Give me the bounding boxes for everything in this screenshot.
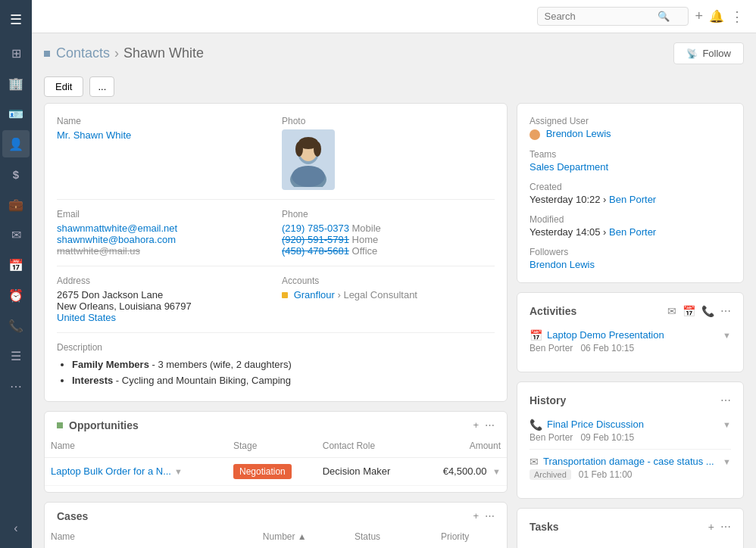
- opportunities-title-area: Opportunities: [57, 419, 139, 431]
- user-avatar-dot: [530, 129, 540, 140]
- add-icon[interactable]: +: [695, 8, 703, 24]
- history-toggle-2[interactable]: ▼: [723, 457, 731, 466]
- phone-icon[interactable]: 📞: [2, 312, 30, 339]
- history-title-link-2[interactable]: Transportation damage - case status ...: [543, 456, 714, 467]
- assigned-user-item: Assigned User Brendon Lewis: [530, 116, 731, 140]
- address-country[interactable]: United States: [57, 312, 270, 323]
- contact-meta-card: Assigned User Brendon Lewis Teams Sales …: [517, 103, 744, 283]
- case-col-priority: Priority: [435, 528, 507, 548]
- breadcrumb-separator: ›: [114, 45, 119, 61]
- address-line2: New Orleans, Louisiana 96797: [57, 300, 270, 312]
- stage-badge[interactable]: Negotiation: [233, 464, 292, 479]
- more-opportunities-icon[interactable]: ⋯: [485, 419, 495, 431]
- cases-table: Name Number ▲ Status Priority Transporta…: [45, 528, 507, 548]
- teams-value[interactable]: Sales Department: [530, 161, 731, 173]
- cases-card: Cases + ⋯ Name Number ▲: [44, 502, 508, 548]
- cases-table-container: Name Number ▲ Status Priority Transporta…: [45, 528, 507, 548]
- building-icon[interactable]: 🏢: [2, 70, 30, 97]
- bell-icon[interactable]: 🔔: [709, 9, 724, 23]
- created-by[interactable]: Ben Porter: [609, 194, 656, 205]
- ellipsis-icon[interactable]: ⋯: [2, 372, 30, 400]
- email-1[interactable]: shawnmattwhite@email.net: [57, 223, 270, 234]
- cases-title: Cases: [57, 510, 88, 522]
- cases-title-area: Cases: [57, 510, 88, 522]
- add-case-icon[interactable]: +: [473, 510, 479, 522]
- history-title-link-1[interactable]: Final Price Discussion: [547, 419, 644, 430]
- history-meta-2: Archived 01 Feb 11:00: [530, 469, 731, 480]
- history-card: History ⋯ 📞 Final Price Discussion ▼: [517, 381, 744, 499]
- history-more-icon[interactable]: ⋯: [720, 394, 731, 406]
- add-task-icon[interactable]: +: [708, 521, 714, 533]
- opp-col-stage: Stage: [227, 437, 317, 458]
- activity-title-link-1[interactable]: Laptop Demo Presentation: [547, 329, 664, 341]
- svg-point-6: [295, 142, 303, 157]
- modified-item: Modified Yesterday 14:05 › Ben Porter: [530, 214, 731, 238]
- archived-badge: Archived: [530, 469, 571, 480]
- account-name[interactable]: Granflour: [294, 289, 335, 300]
- id-card-icon[interactable]: 🪪: [2, 100, 30, 127]
- opportunities-title: Opportunities: [69, 419, 139, 431]
- breadcrumb-bar: Contacts › Shawn White 📡 Follow: [32, 33, 756, 73]
- followers-label: Followers: [530, 247, 731, 257]
- edit-button[interactable]: Edit: [44, 76, 83, 97]
- activities-phone-icon[interactable]: 📞: [701, 305, 714, 317]
- alarm-icon[interactable]: ⏰: [2, 282, 30, 309]
- search-input[interactable]: [544, 11, 658, 22]
- search-box: 🔍: [537, 7, 689, 26]
- contacts-icon[interactable]: 👤: [2, 130, 30, 157]
- accounts-label: Accounts: [282, 276, 495, 286]
- more-menu-icon[interactable]: ⋮: [730, 8, 744, 25]
- case-col-number[interactable]: Number ▲: [257, 528, 348, 548]
- tasks-title: Tasks: [530, 521, 559, 533]
- name-value[interactable]: Mr. Shawn White: [57, 129, 270, 141]
- calendar-icon[interactable]: 📅: [2, 251, 30, 279]
- briefcase-icon[interactable]: 💼: [2, 191, 30, 218]
- collapse-sidebar-icon[interactable]: ‹: [2, 515, 30, 542]
- modified-label: Modified: [530, 214, 731, 225]
- modified-value: Yesterday 14:05 › Ben Porter: [530, 226, 731, 238]
- topbar: 🔍 + 🔔 ⋮: [32, 0, 756, 33]
- opportunity-row: Laptop Bulk Order for a N...▼ Negotiatio…: [45, 457, 507, 485]
- followers-value[interactable]: Brendon Lewis: [530, 259, 731, 270]
- opp-name[interactable]: Laptop Bulk Order for a N...▼: [45, 457, 227, 485]
- list-icon[interactable]: ☰: [2, 342, 30, 369]
- description-list: Family Members - 3 members (wife, 2 daug…: [57, 357, 495, 389]
- email-label: Email: [57, 209, 270, 220]
- more-tasks-icon[interactable]: ⋯: [720, 521, 731, 533]
- two-column-layout: Name Mr. Shawn White Photo: [32, 103, 756, 548]
- activity-toggle-1[interactable]: ▼: [723, 331, 731, 340]
- contact-info-card: Name Mr. Shawn White Photo: [44, 103, 508, 402]
- breadcrumb-contacts-link[interactable]: Contacts: [56, 45, 110, 61]
- activities-header: Activities ✉ 📅 📞 ⋯: [530, 305, 731, 317]
- cases-header: Cases + ⋯: [45, 503, 507, 528]
- opp-amount: €4,500.00 ▼: [418, 457, 507, 485]
- email-3[interactable]: mattwhite@mail.us: [57, 245, 270, 257]
- search-icon[interactable]: 🔍: [658, 11, 670, 22]
- activities-more-icon[interactable]: ⋯: [720, 305, 731, 317]
- opp-col-amount: Amount: [418, 437, 507, 458]
- follow-button[interactable]: 📡 Follow: [673, 42, 744, 64]
- email-2[interactable]: shawnwhite@boahora.com: [57, 234, 270, 245]
- assigned-user-label: Assigned User: [530, 116, 731, 126]
- description-label: Description: [57, 342, 495, 353]
- activities-card: Activities ✉ 📅 📞 ⋯ 📅 Laptop Demo: [517, 292, 744, 372]
- svg-point-4: [292, 166, 325, 187]
- mail-icon[interactable]: ✉: [2, 221, 30, 248]
- dollar-icon[interactable]: $: [2, 160, 30, 188]
- more-actions-button[interactable]: ...: [89, 76, 114, 97]
- history-toggle-1[interactable]: ▼: [723, 420, 731, 429]
- history-title: History: [530, 394, 566, 406]
- opportunities-table: Name Stage Contact Role Amount Laptop Bu…: [45, 437, 507, 486]
- activities-mail-icon[interactable]: ✉: [667, 305, 676, 317]
- opp-stage: Negotiation: [227, 457, 317, 485]
- add-opportunity-icon[interactable]: +: [473, 419, 479, 431]
- more-cases-icon[interactable]: ⋯: [485, 510, 495, 522]
- assigned-user-name[interactable]: Brendon Lewis: [546, 128, 611, 139]
- history-title-2-row: ✉ Transportation damage - case status ..…: [530, 456, 731, 468]
- search-area: 🔍 + 🔔 ⋮: [537, 7, 744, 26]
- home-icon[interactable]: ⊞: [2, 39, 30, 67]
- activities-calendar-icon[interactable]: 📅: [683, 305, 695, 317]
- menu-icon[interactable]: ☰: [2, 6, 30, 33]
- address-field: Address 2675 Don Jackson Lane New Orlean…: [57, 276, 270, 323]
- modified-by[interactable]: Ben Porter: [609, 226, 656, 238]
